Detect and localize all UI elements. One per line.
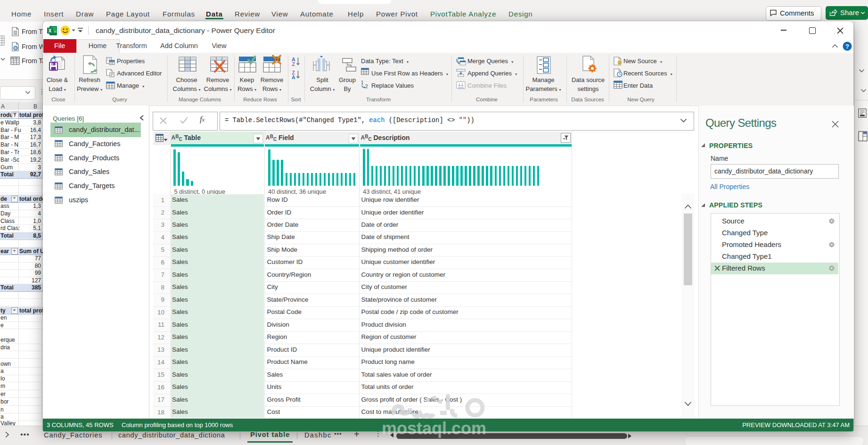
svg-text:Z: Z [292,61,295,67]
svg-text:2: 2 [365,84,368,89]
svg-text:?: ? [845,43,849,50]
svg-text:X: X [48,28,51,33]
svg-text:A: A [292,74,295,80]
svg-text:1: 1 [361,80,364,85]
